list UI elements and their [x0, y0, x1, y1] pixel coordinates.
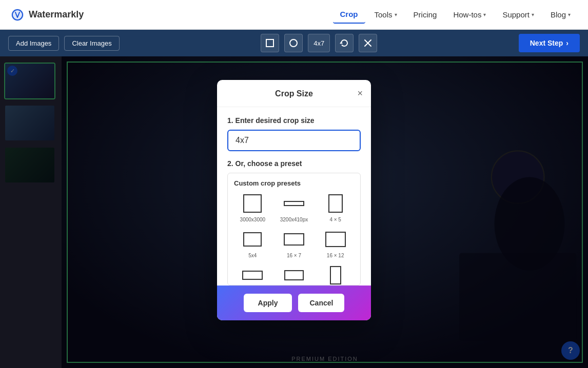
- circle-crop-icon[interactable]: [284, 34, 303, 52]
- blog-chevron-icon: ▾: [568, 12, 571, 17]
- rotate-icon[interactable]: [335, 34, 354, 52]
- tall-narrow-shape-icon: [330, 266, 341, 284]
- landscape-slight-shape-icon: [243, 232, 262, 247]
- app-name: Watermarkly: [29, 9, 84, 20]
- preset-16x12-label: 16 × 12: [327, 253, 344, 259]
- next-step-arrow-icon: ›: [566, 39, 569, 47]
- logo-icon: [10, 8, 25, 22]
- cancel-button[interactable]: Cancel: [298, 294, 344, 312]
- navbar: Watermarkly Crop Tools ▾ Pricing How-tos…: [0, 0, 588, 30]
- toolbar: Add Images Clear Images 4x7 Next Step ›: [0, 30, 588, 56]
- presets-category-label: Custom crop presets: [234, 179, 354, 187]
- preset-row3-col2[interactable]: [276, 265, 313, 285]
- preset-16x7-label: 16 × 7: [287, 253, 301, 259]
- preset-16x7[interactable]: 16 × 7: [276, 229, 313, 259]
- step2-label: 2. Or, choose a preset: [227, 159, 361, 168]
- modal-body: 1. Enter desired crop size 2. Or, choose…: [217, 107, 371, 285]
- preset-16x12[interactable]: 16 × 12: [317, 229, 354, 259]
- preset-row3-col3[interactable]: [317, 265, 354, 285]
- add-images-button[interactable]: Add Images: [8, 36, 59, 51]
- nav-crop[interactable]: Crop: [333, 6, 365, 24]
- clear-images-button[interactable]: Clear Images: [64, 36, 119, 51]
- nav-tools[interactable]: Tools ▾: [367, 6, 404, 23]
- preset-3000x3000-label: 3000x3000: [240, 217, 266, 223]
- preset-4x5-label: 4 × 5: [329, 217, 341, 223]
- nav-support[interactable]: Support ▾: [495, 6, 541, 23]
- nav-pricing[interactable]: Pricing: [406, 6, 444, 23]
- preset-row3-col1[interactable]: [234, 265, 271, 285]
- wide-bottom2-shape-icon: [284, 270, 304, 280]
- preset-4x5[interactable]: 4 × 5: [317, 193, 354, 223]
- svg-point-1: [290, 39, 297, 47]
- wide-bottom1-shape-icon: [242, 271, 263, 280]
- tools-chevron-icon: ▾: [395, 12, 397, 17]
- wide-16-12-shape-icon: [325, 232, 346, 247]
- app-logo[interactable]: Watermarkly: [10, 8, 84, 22]
- nav-links: Crop Tools ▾ Pricing How-tos ▾ Support ▾…: [333, 6, 578, 24]
- preset-3000x3000[interactable]: 3000x3000: [234, 193, 271, 223]
- portrait-shape-icon: [328, 194, 343, 213]
- crop-size-modal: Crop Size × 1. Enter desired crop size 2…: [217, 80, 371, 320]
- nav-blog[interactable]: Blog ▾: [543, 6, 578, 23]
- step1-label: 1. Enter desired crop size: [227, 116, 361, 125]
- preset-3200x410[interactable]: 3200x410px: [276, 193, 313, 223]
- modal-close-button[interactable]: ×: [357, 89, 363, 98]
- modal-header: Crop Size ×: [217, 80, 371, 107]
- flip-icon[interactable]: [359, 34, 377, 52]
- square-shape-icon: [243, 194, 262, 213]
- svg-rect-0: [266, 39, 273, 47]
- presets-grid: 3000x3000 3200x410px 4 × 5: [234, 193, 354, 285]
- wide-shape-icon: [284, 233, 304, 246]
- modal-title: Crop Size: [275, 89, 313, 98]
- howtos-chevron-icon: ▾: [483, 12, 486, 17]
- crop-size-input[interactable]: [227, 130, 361, 151]
- presets-container[interactable]: Custom crop presets 3000x3000: [227, 173, 361, 285]
- main-area: ✓: [0, 56, 588, 368]
- wide-thin-shape-icon: [284, 201, 304, 206]
- modal-footer: Apply Cancel: [217, 285, 371, 320]
- preset-3200x410-label: 3200x410px: [280, 217, 308, 223]
- crop-size-button[interactable]: 4x7: [308, 34, 330, 52]
- nav-howtos[interactable]: How-tos ▾: [446, 6, 493, 23]
- preset-5x4-label: 5x4: [248, 253, 257, 259]
- next-step-button[interactable]: Next Step ›: [519, 34, 580, 52]
- apply-button[interactable]: Apply: [244, 294, 292, 312]
- support-chevron-icon: ▾: [532, 12, 534, 17]
- rectangle-crop-icon[interactable]: [261, 34, 279, 52]
- preset-5x4[interactable]: 5x4: [234, 229, 271, 259]
